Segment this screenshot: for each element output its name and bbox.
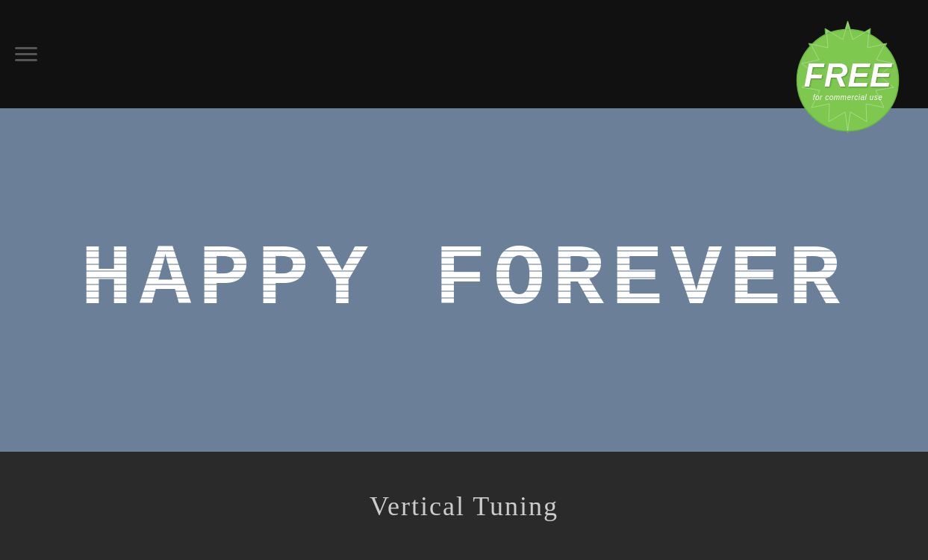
menu-icon-line (15, 59, 37, 61)
menu-icon-line (15, 47, 37, 49)
badge-commercial-label: for commercial use (813, 93, 882, 102)
badge-shape: FREE for commercial use (782, 15, 913, 146)
badge-content: FREE for commercial use (804, 59, 891, 102)
preview-wrapper: HAPPY FOREVER (0, 108, 928, 452)
main-preview-area: HAPPY FOREVER (0, 108, 928, 452)
font-name-label: Vertical Tuning (370, 491, 558, 522)
menu-icon-line (15, 53, 37, 55)
top-bar: FREE for commercial use (0, 0, 928, 108)
menu-icons[interactable] (15, 47, 37, 61)
bottom-bar: Vertical Tuning (0, 452, 928, 560)
free-badge: FREE for commercial use (782, 15, 913, 146)
badge-free-label: FREE (804, 59, 891, 92)
font-preview-text: HAPPY FOREVER (81, 231, 847, 329)
